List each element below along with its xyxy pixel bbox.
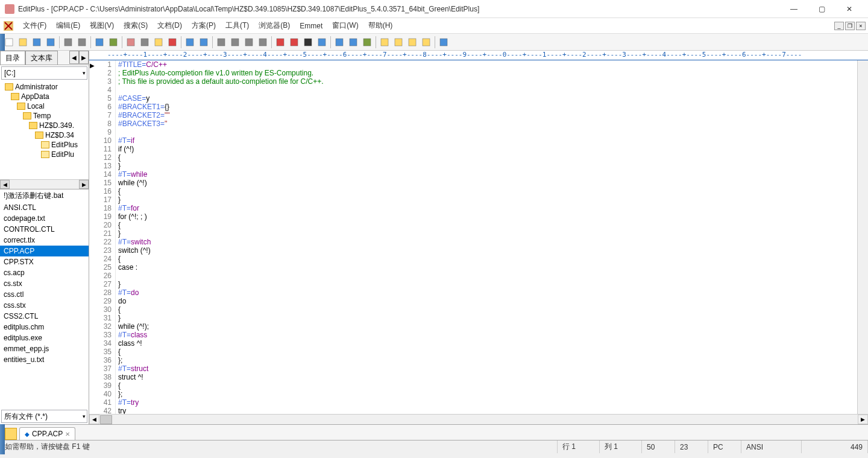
file-item[interactable]: cs.acp [0,267,89,278]
tree-item[interactable]: Local [0,101,89,111]
file-item[interactable]: editplus.chm [0,322,89,332]
tree-item[interactable]: Temp [0,111,89,121]
replace-button[interactable] [242,36,256,49]
minimize-button[interactable]: — [780,0,808,18]
code-line[interactable]: do [118,297,857,305]
delete-button[interactable] [166,36,179,49]
tree-item[interactable]: HZ$D.349. [0,121,89,130]
maximize-button[interactable]: ▢ [808,0,835,18]
undo-button[interactable] [183,36,197,49]
scroll-right-button[interactable]: ▶ [79,180,89,189]
file-item[interactable]: editplus.exe [0,332,89,343]
code-line[interactable]: } [118,314,857,322]
folder-tree[interactable]: AdministratorAppDataLocalTempHZ$D.349.HZ… [0,81,89,189]
code-line[interactable]: if (^!) [118,145,857,153]
code-line[interactable]: { [118,348,857,356]
ftp-button[interactable] [107,36,120,49]
wrap-button[interactable] [315,36,329,49]
scroll-left-button[interactable]: ◀ [89,415,99,424]
file-filter[interactable]: 所有文件 (*.*) ▾ [1,410,87,423]
saveall-button[interactable] [44,36,57,49]
scroll-thumb[interactable] [100,415,112,424]
print-button[interactable] [61,36,75,49]
file-item[interactable]: CONTROL.CTL [0,224,89,235]
code-line[interactable]: } [118,196,857,204]
file-item[interactable]: CPP.ACP [0,246,89,256]
code-line[interactable]: #T=while [118,170,857,179]
win1-button[interactable] [378,36,391,49]
file-item[interactable]: entities_u.txt [0,354,89,365]
code-line[interactable]: #T=do [118,288,857,297]
menu-6[interactable]: 工具(T) [221,18,254,34]
file-item[interactable]: CPP.STX [0,256,89,267]
help-button[interactable] [437,36,450,49]
document-tab[interactable]: ◆ CPP.ACP ✕ [19,427,75,440]
menu-7[interactable]: 浏览器(B) [254,18,295,34]
menu-1[interactable]: 编辑(E) [51,18,85,34]
code-line[interactable]: try [118,407,857,414]
file-item[interactable]: codepage.txt [0,213,89,224]
vertical-scrollbar[interactable] [857,60,868,414]
code-line[interactable]: #T=class [118,331,857,339]
tree-hscroll[interactable]: ◀ ▶ [0,179,89,189]
code-line[interactable] [118,86,857,94]
sidebar-tab-directory[interactable]: 目录 [0,51,25,65]
tab-close-button[interactable]: ✕ [65,431,70,437]
code-content[interactable]: #TITLE=C/C++; EditPlus Auto-completion f… [116,60,857,414]
hex-button[interactable] [301,36,315,49]
folder-icon[interactable] [5,428,17,440]
paste-button[interactable] [152,36,165,49]
code-line[interactable]: class ^! [118,339,857,348]
code-line[interactable]: #BRACKET2="" [118,111,857,119]
redo-button[interactable] [197,36,210,49]
indent-button[interactable] [333,36,346,49]
file-item[interactable]: CSS2.CTL [0,311,89,322]
file-item[interactable]: correct.tlx [0,235,89,246]
open-button[interactable] [16,36,30,49]
copy-button[interactable] [138,36,151,49]
code-line[interactable]: while (^!); [118,322,857,331]
code-line[interactable] [118,128,857,136]
code-line[interactable]: #BRACKET3='' [118,119,857,128]
scroll-right-button[interactable]: ▶ [858,415,868,424]
font-dec-button[interactable] [274,36,287,49]
code-line[interactable] [118,272,857,280]
tree-item[interactable]: EditPlus [0,140,89,150]
code-line[interactable]: }; [118,356,857,364]
spell-button[interactable] [360,36,374,49]
file-item[interactable]: emmet_epp.js [0,343,89,354]
cut-button[interactable] [124,36,137,49]
code-line[interactable]: #T=switch [118,238,857,246]
code-line[interactable]: { [118,381,857,390]
code-line[interactable]: for (^!; ; ) [118,212,857,221]
goto-button[interactable] [256,36,269,49]
tree-item[interactable]: EditPlu [0,150,89,159]
code-line[interactable]: while (^!) [118,179,857,187]
file-item[interactable]: cs.stx [0,278,89,289]
tree-item[interactable]: HZ$D.34 [0,130,89,140]
file-item[interactable]: css.stx [0,300,89,311]
code-line[interactable]: #T=if [118,136,857,145]
code-line[interactable]: switch (^!) [118,246,857,255]
code-line[interactable]: #T=for [118,204,857,212]
win4-button[interactable] [420,36,433,49]
tree-item[interactable]: AppData [0,92,89,101]
save-button[interactable] [30,36,43,49]
code-line[interactable]: ; EditPlus Auto-completion file v1.0 wri… [118,69,857,77]
font-button[interactable] [288,36,301,49]
code-line[interactable]: } [118,162,857,170]
menu-0[interactable]: 文件(F) [18,18,51,34]
tree-item[interactable]: Administrator [0,82,89,92]
sidebar-nav-left[interactable]: ◀ [69,51,79,64]
file-item[interactable]: !)激活添删右键.bat [0,189,89,202]
drive-selector[interactable]: [C:] ▾ [1,66,87,80]
menu-4[interactable]: 文档(D) [153,18,187,34]
code-line[interactable]: { [118,153,857,162]
file-list[interactable]: !)激活添删右键.batANSI.CTLcodepage.txtCONTROL.… [0,189,89,409]
menu-8[interactable]: Emmet [295,18,327,34]
horizontal-scrollbar[interactable]: ◀ ▶ [89,414,868,424]
find-button[interactable] [215,36,228,49]
browser-button[interactable] [93,36,106,49]
file-item[interactable]: ANSI.CTL [0,202,89,213]
sidebar-nav-right[interactable]: ▶ [79,51,89,64]
